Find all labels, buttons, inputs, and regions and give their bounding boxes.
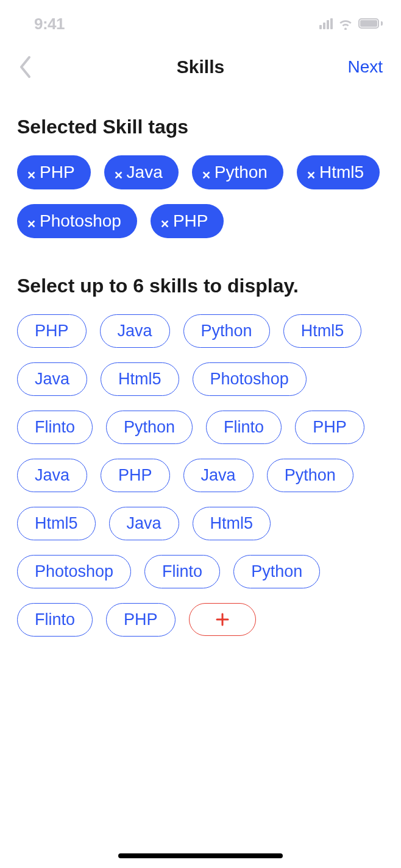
- selected-skill-chip[interactable]: ✕Java: [104, 155, 179, 189]
- skill-chip-label: Python: [124, 419, 175, 436]
- skill-chip-label: PHP: [313, 419, 347, 436]
- skill-chip-label: Html5: [319, 164, 364, 181]
- available-skill-chip[interactable]: Python: [267, 459, 353, 492]
- available-skill-chip[interactable]: PHP: [295, 411, 364, 444]
- skill-chip-label: PHP: [35, 323, 69, 339]
- skill-chip-label: PHP: [124, 612, 158, 628]
- skill-chip-label: Photoshop: [40, 213, 121, 230]
- selected-skill-chip[interactable]: ✕PHP: [17, 155, 91, 189]
- skill-chip-label: Java: [118, 323, 152, 339]
- home-indicator[interactable]: [118, 853, 283, 858]
- skill-chip-label: Python: [215, 164, 268, 181]
- available-skill-chip[interactable]: Photoshop: [193, 362, 307, 396]
- available-skill-chip[interactable]: Python: [183, 314, 270, 348]
- available-skill-chip[interactable]: Photoshop: [17, 555, 131, 588]
- skill-chip-label: Html5: [301, 323, 344, 339]
- add-skill-button[interactable]: [189, 603, 256, 636]
- skill-chip-label: Flinto: [35, 612, 75, 628]
- selected-skill-chip[interactable]: ✕Photoshop: [17, 204, 137, 238]
- available-skill-chip[interactable]: PHP: [106, 603, 176, 637]
- available-skill-chip[interactable]: Java: [17, 362, 87, 396]
- skill-chip-label: Java: [201, 467, 236, 484]
- skill-chip-label: Java: [35, 467, 69, 484]
- nav-bar: Skills Next: [0, 37, 401, 91]
- skill-chip-label: Html5: [210, 515, 254, 532]
- available-skill-chip[interactable]: Java: [17, 459, 87, 492]
- skill-chip-label: Html5: [35, 515, 78, 532]
- status-icons: [319, 18, 383, 30]
- next-button[interactable]: Next: [224, 57, 383, 77]
- skill-chip-label: Java: [127, 164, 163, 181]
- available-skill-chip[interactable]: Python: [106, 411, 193, 444]
- skill-chip-label: Html5: [118, 371, 161, 387]
- remove-icon: ✕: [202, 170, 211, 181]
- skill-chip-label: Photoshop: [35, 563, 113, 580]
- available-skill-chip[interactable]: Java: [100, 314, 170, 348]
- selected-skill-chip[interactable]: ✕PHP: [151, 204, 224, 238]
- skill-chip-label: Python: [201, 323, 252, 339]
- available-skill-chip[interactable]: Java: [183, 459, 254, 492]
- available-skill-chip[interactable]: Html5: [193, 507, 271, 540]
- available-skills-heading: Select up to 6 skills to display.: [17, 275, 384, 297]
- remove-icon: ✕: [160, 219, 169, 230]
- chevron-left-icon: [18, 55, 32, 79]
- skill-chip-label: Python: [251, 563, 302, 580]
- plus-icon: [216, 613, 229, 626]
- available-skill-chip[interactable]: Java: [109, 507, 179, 540]
- remove-icon: ✕: [114, 170, 123, 181]
- available-skill-chip[interactable]: Html5: [101, 362, 179, 396]
- available-skill-chip[interactable]: Html5: [17, 507, 96, 540]
- remove-icon: ✕: [27, 219, 36, 230]
- wifi-icon: [338, 18, 353, 30]
- remove-icon: ✕: [27, 170, 36, 181]
- skill-chip-label: Python: [285, 467, 336, 484]
- skill-chip-label: Java: [35, 371, 69, 387]
- skill-chip-label: Flinto: [35, 419, 75, 436]
- skill-chip-label: PHP: [173, 213, 208, 230]
- skill-chip-label: Flinto: [162, 563, 202, 580]
- skill-chip-label: PHP: [118, 467, 152, 484]
- back-button[interactable]: [18, 55, 43, 79]
- remove-icon: ✕: [307, 170, 316, 181]
- available-skill-chip[interactable]: Flinto: [17, 411, 93, 444]
- available-skill-chip[interactable]: Flinto: [144, 555, 220, 588]
- selected-skill-chip[interactable]: ✕Python: [192, 155, 283, 189]
- status-bar: 9:41: [0, 0, 401, 37]
- skill-chip-label: PHP: [40, 164, 75, 181]
- page-title: Skills: [177, 57, 224, 77]
- available-skill-chip[interactable]: Python: [233, 555, 320, 588]
- available-skills-list: PHPJavaPythonHtml5JavaHtml5PhotoshopFlin…: [17, 314, 384, 637]
- status-time: 9:41: [34, 15, 65, 34]
- available-skill-chip[interactable]: Flinto: [17, 603, 93, 637]
- selected-skill-chip[interactable]: ✕Html5: [297, 155, 380, 189]
- available-skill-chip[interactable]: PHP: [101, 459, 170, 492]
- battery-icon: [358, 18, 383, 30]
- available-skill-chip[interactable]: Flinto: [206, 411, 282, 444]
- available-skill-chip[interactable]: PHP: [17, 314, 87, 348]
- cellular-signal-icon: [319, 18, 333, 29]
- skill-chip-label: Java: [127, 515, 161, 532]
- selected-skills-list: ✕PHP✕Java✕Python✕Html5✕Photoshop✕PHP: [17, 155, 384, 238]
- skill-chip-label: Flinto: [224, 419, 264, 436]
- available-skill-chip[interactable]: Html5: [283, 314, 362, 348]
- skill-chip-label: Photoshop: [210, 371, 289, 387]
- selected-skills-heading: Selected Skill tags: [17, 116, 384, 138]
